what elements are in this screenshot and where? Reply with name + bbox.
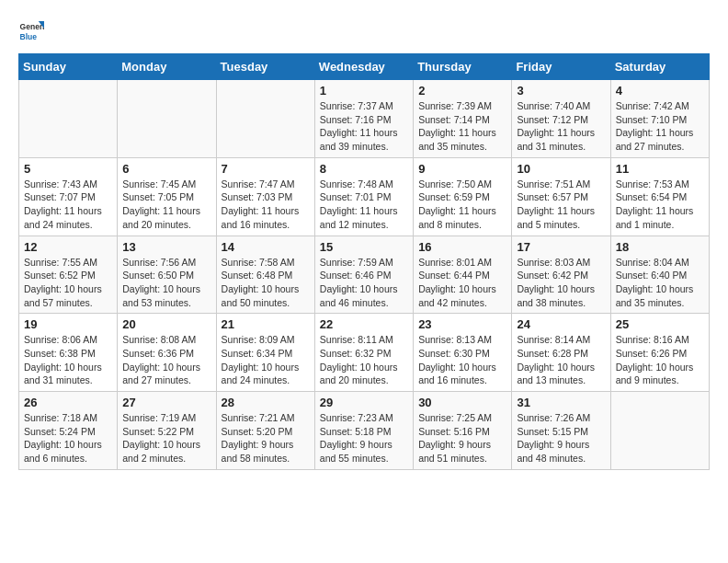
day-info: Sunrise: 7:21 AM Sunset: 5:20 PM Dayligh… — [222, 411, 310, 465]
day-number: 10 — [517, 162, 605, 176]
day-info: Sunrise: 7:40 AM Sunset: 7:12 PM Dayligh… — [517, 99, 605, 154]
day-info: Sunrise: 7:55 AM Sunset: 6:52 PM Dayligh… — [24, 256, 112, 310]
calendar-cell: 13Sunrise: 7:56 AM Sunset: 6:50 PM Dayli… — [118, 236, 216, 314]
calendar-cell: 27Sunrise: 7:19 AM Sunset: 5:22 PM Dayli… — [118, 392, 216, 470]
day-info: Sunrise: 7:58 AM Sunset: 6:48 PM Dayligh… — [222, 256, 310, 310]
calendar-cell — [610, 392, 709, 470]
day-info: Sunrise: 8:16 AM Sunset: 6:26 PM Dayligh… — [616, 333, 704, 387]
logo: General Blue — [18, 18, 44, 44]
day-info: Sunrise: 7:45 AM Sunset: 7:05 PM Dayligh… — [122, 178, 210, 232]
calendar-cell: 28Sunrise: 7:21 AM Sunset: 5:20 PM Dayli… — [216, 392, 314, 470]
calendar-week-3: 12Sunrise: 7:55 AM Sunset: 6:52 PM Dayli… — [19, 236, 710, 314]
day-info: Sunrise: 7:37 AM Sunset: 7:16 PM Dayligh… — [320, 99, 408, 154]
day-info: Sunrise: 8:01 AM Sunset: 6:44 PM Dayligh… — [418, 256, 506, 310]
day-info: Sunrise: 7:26 AM Sunset: 5:15 PM Dayligh… — [517, 411, 605, 465]
day-number: 17 — [517, 240, 605, 254]
calendar-cell — [216, 80, 314, 158]
calendar-cell: 5Sunrise: 7:43 AM Sunset: 7:07 PM Daylig… — [19, 157, 118, 236]
day-number: 26 — [24, 396, 112, 409]
day-info: Sunrise: 8:14 AM Sunset: 6:28 PM Dayligh… — [517, 333, 605, 387]
calendar-cell: 16Sunrise: 8:01 AM Sunset: 6:44 PM Dayli… — [414, 236, 512, 314]
calendar-week-2: 5Sunrise: 7:43 AM Sunset: 7:07 PM Daylig… — [19, 157, 710, 236]
svg-text:Blue: Blue — [20, 32, 38, 41]
calendar-cell — [19, 80, 118, 158]
day-info: Sunrise: 7:43 AM Sunset: 7:07 PM Dayligh… — [24, 178, 112, 232]
calendar-cell: 26Sunrise: 7:18 AM Sunset: 5:24 PM Dayli… — [19, 392, 118, 470]
calendar-week-5: 26Sunrise: 7:18 AM Sunset: 5:24 PM Dayli… — [19, 392, 710, 470]
day-number: 19 — [24, 317, 112, 331]
day-info: Sunrise: 7:19 AM Sunset: 5:22 PM Dayligh… — [122, 411, 210, 465]
day-number: 23 — [418, 317, 506, 331]
calendar-cell: 8Sunrise: 7:48 AM Sunset: 7:01 PM Daylig… — [314, 157, 413, 236]
weekday-header-saturday: Saturday — [610, 54, 709, 80]
calendar-cell: 30Sunrise: 7:25 AM Sunset: 5:16 PM Dayli… — [414, 392, 512, 470]
day-number: 9 — [418, 162, 506, 176]
day-info: Sunrise: 7:59 AM Sunset: 6:46 PM Dayligh… — [320, 256, 408, 310]
day-number: 5 — [24, 162, 112, 176]
day-number: 6 — [122, 162, 210, 176]
day-info: Sunrise: 7:53 AM Sunset: 6:54 PM Dayligh… — [616, 178, 704, 232]
weekday-header-wednesday: Wednesday — [314, 54, 413, 80]
day-info: Sunrise: 7:56 AM Sunset: 6:50 PM Dayligh… — [122, 256, 210, 310]
day-info: Sunrise: 7:51 AM Sunset: 6:57 PM Dayligh… — [517, 178, 605, 232]
day-number: 1 — [320, 84, 408, 98]
day-info: Sunrise: 7:23 AM Sunset: 5:18 PM Dayligh… — [320, 411, 408, 465]
calendar-cell: 9Sunrise: 7:50 AM Sunset: 6:59 PM Daylig… — [414, 157, 512, 236]
day-info: Sunrise: 8:11 AM Sunset: 6:32 PM Dayligh… — [320, 333, 408, 387]
day-number: 22 — [320, 317, 408, 331]
calendar-week-1: 1Sunrise: 7:37 AM Sunset: 7:16 PM Daylig… — [19, 80, 710, 158]
calendar-cell: 6Sunrise: 7:45 AM Sunset: 7:05 PM Daylig… — [118, 157, 216, 236]
day-number: 13 — [122, 240, 210, 254]
calendar-cell: 17Sunrise: 8:03 AM Sunset: 6:42 PM Dayli… — [512, 236, 610, 314]
calendar-cell: 31Sunrise: 7:26 AM Sunset: 5:15 PM Dayli… — [512, 392, 610, 470]
weekday-header-thursday: Thursday — [414, 54, 512, 80]
calendar-cell: 21Sunrise: 8:09 AM Sunset: 6:34 PM Dayli… — [216, 314, 314, 392]
day-number: 21 — [222, 317, 310, 331]
calendar-cell: 29Sunrise: 7:23 AM Sunset: 5:18 PM Dayli… — [314, 392, 413, 470]
weekday-header-sunday: Sunday — [19, 54, 118, 80]
day-number: 15 — [320, 240, 408, 254]
calendar-cell: 18Sunrise: 8:04 AM Sunset: 6:40 PM Dayli… — [610, 236, 709, 314]
day-number: 31 — [517, 396, 605, 409]
calendar-cell: 19Sunrise: 8:06 AM Sunset: 6:38 PM Dayli… — [19, 314, 118, 392]
day-number: 24 — [517, 317, 605, 331]
day-number: 20 — [122, 317, 210, 331]
calendar-cell: 14Sunrise: 7:58 AM Sunset: 6:48 PM Dayli… — [216, 236, 314, 314]
calendar-cell: 4Sunrise: 7:42 AM Sunset: 7:10 PM Daylig… — [610, 80, 709, 158]
calendar-table: SundayMondayTuesdayWednesdayThursdayFrid… — [18, 53, 710, 470]
day-info: Sunrise: 7:18 AM Sunset: 5:24 PM Dayligh… — [24, 411, 112, 465]
svg-text:General: General — [20, 22, 44, 31]
day-number: 3 — [517, 84, 605, 98]
day-number: 7 — [222, 162, 310, 176]
weekday-header-monday: Monday — [118, 54, 216, 80]
day-info: Sunrise: 8:09 AM Sunset: 6:34 PM Dayligh… — [222, 333, 310, 387]
day-info: Sunrise: 8:06 AM Sunset: 6:38 PM Dayligh… — [24, 333, 112, 387]
calendar-cell: 12Sunrise: 7:55 AM Sunset: 6:52 PM Dayli… — [19, 236, 118, 314]
day-number: 4 — [616, 84, 704, 98]
calendar-cell: 10Sunrise: 7:51 AM Sunset: 6:57 PM Dayli… — [512, 157, 610, 236]
day-number: 27 — [122, 396, 210, 409]
day-info: Sunrise: 7:47 AM Sunset: 7:03 PM Dayligh… — [222, 178, 310, 232]
day-number: 25 — [616, 317, 704, 331]
calendar-cell: 25Sunrise: 8:16 AM Sunset: 6:26 PM Dayli… — [610, 314, 709, 392]
page-header: General Blue — [18, 18, 710, 44]
day-number: 29 — [320, 396, 408, 409]
day-info: Sunrise: 8:13 AM Sunset: 6:30 PM Dayligh… — [418, 333, 506, 387]
day-number: 8 — [320, 162, 408, 176]
calendar-cell: 7Sunrise: 7:47 AM Sunset: 7:03 PM Daylig… — [216, 157, 314, 236]
day-info: Sunrise: 8:03 AM Sunset: 6:42 PM Dayligh… — [517, 256, 605, 310]
calendar-header: SundayMondayTuesdayWednesdayThursdayFrid… — [19, 54, 710, 80]
weekday-header-tuesday: Tuesday — [216, 54, 314, 80]
calendar-cell: 15Sunrise: 7:59 AM Sunset: 6:46 PM Dayli… — [314, 236, 413, 314]
calendar-cell: 2Sunrise: 7:39 AM Sunset: 7:14 PM Daylig… — [414, 80, 512, 158]
day-info: Sunrise: 7:25 AM Sunset: 5:16 PM Dayligh… — [418, 411, 506, 465]
logo-icon: General Blue — [18, 18, 44, 44]
day-number: 16 — [418, 240, 506, 254]
day-number: 12 — [24, 240, 112, 254]
day-info: Sunrise: 7:39 AM Sunset: 7:14 PM Dayligh… — [418, 99, 506, 154]
calendar-cell: 11Sunrise: 7:53 AM Sunset: 6:54 PM Dayli… — [610, 157, 709, 236]
day-info: Sunrise: 8:08 AM Sunset: 6:36 PM Dayligh… — [122, 333, 210, 387]
day-info: Sunrise: 7:42 AM Sunset: 7:10 PM Dayligh… — [616, 99, 704, 154]
day-number: 18 — [616, 240, 704, 254]
day-number: 28 — [222, 396, 310, 409]
